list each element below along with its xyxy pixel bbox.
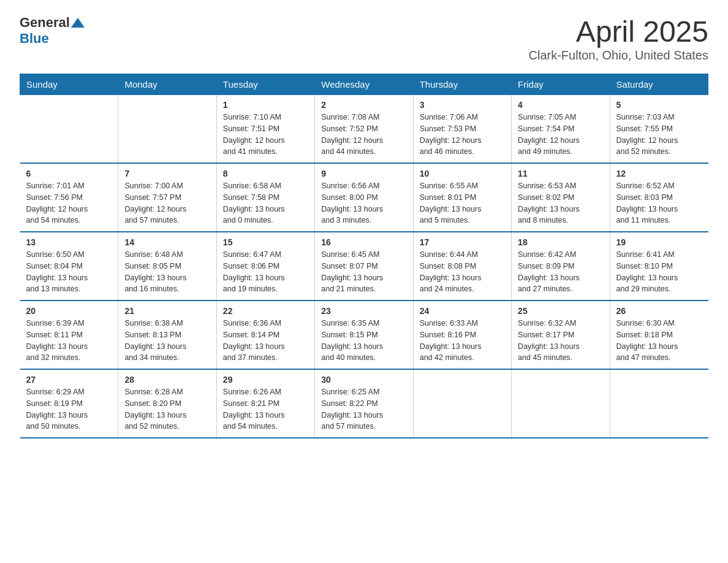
calendar-header: SundayMondayTuesdayWednesdayThursdayFrid…: [20, 74, 708, 95]
calendar-cell: 29Sunrise: 6:26 AMSunset: 8:21 PMDayligh…: [216, 369, 314, 438]
day-info: Sunrise: 7:00 AMSunset: 7:57 PMDaylight:…: [124, 180, 210, 226]
day-number: 15: [223, 237, 308, 247]
day-info: Sunrise: 6:44 AMSunset: 8:08 PMDaylight:…: [420, 249, 505, 295]
day-number: 23: [321, 306, 406, 316]
calendar-cell: [610, 369, 708, 438]
calendar-cell: 24Sunrise: 6:33 AMSunset: 8:16 PMDayligh…: [413, 301, 511, 369]
calendar-cell: 3Sunrise: 7:06 AMSunset: 7:53 PMDaylight…: [413, 95, 511, 164]
weekday-header-sunday: Sunday: [20, 74, 118, 95]
calendar-cell: 1Sunrise: 7:10 AMSunset: 7:51 PMDaylight…: [216, 95, 314, 164]
day-info: Sunrise: 7:01 AMSunset: 7:56 PMDaylight:…: [26, 180, 112, 226]
day-number: 8: [223, 169, 308, 178]
day-info: Sunrise: 6:39 AMSunset: 8:11 PMDaylight:…: [26, 318, 112, 364]
day-info: Sunrise: 6:45 AMSunset: 8:07 PMDaylight:…: [321, 249, 406, 295]
calendar-cell: 16Sunrise: 6:45 AMSunset: 8:07 PMDayligh…: [315, 232, 413, 301]
calendar-cell: 28Sunrise: 6:28 AMSunset: 8:20 PMDayligh…: [118, 369, 216, 438]
day-info: Sunrise: 6:52 AMSunset: 8:03 PMDaylight:…: [616, 180, 702, 226]
day-number: 30: [321, 375, 406, 385]
calendar-cell: 2Sunrise: 7:08 AMSunset: 7:52 PMDaylight…: [315, 95, 413, 164]
day-number: 14: [124, 237, 210, 247]
day-info: Sunrise: 6:33 AMSunset: 8:16 PMDaylight:…: [420, 318, 505, 364]
day-info: Sunrise: 6:56 AMSunset: 8:00 PMDaylight:…: [321, 180, 406, 226]
day-number: 20: [26, 306, 112, 316]
calendar-table: SundayMondayTuesdayWednesdayThursdayFrid…: [20, 74, 708, 439]
day-number: 12: [616, 169, 702, 178]
calendar-cell: [413, 369, 511, 438]
weekday-header-row: SundayMondayTuesdayWednesdayThursdayFrid…: [20, 74, 708, 95]
day-info: Sunrise: 6:41 AMSunset: 8:10 PMDaylight:…: [616, 249, 702, 295]
logo: General Blue: [20, 15, 85, 47]
day-number: 19: [616, 237, 702, 247]
calendar-cell: [512, 369, 610, 438]
week-row-1: 1Sunrise: 7:10 AMSunset: 7:51 PMDaylight…: [20, 95, 708, 164]
page-header: General Blue April 2025 Clark-Fulton, Oh…: [20, 15, 708, 63]
calendar-cell: 9Sunrise: 6:56 AMSunset: 8:00 PMDaylight…: [315, 163, 413, 232]
calendar-title: April 2025: [529, 15, 708, 48]
day-number: 13: [26, 237, 112, 247]
day-number: 24: [420, 306, 505, 316]
weekday-header-monday: Monday: [118, 74, 216, 95]
day-info: Sunrise: 6:29 AMSunset: 8:19 PMDaylight:…: [26, 386, 112, 432]
day-info: Sunrise: 6:53 AMSunset: 8:02 PMDaylight:…: [518, 180, 603, 226]
calendar-cell: 4Sunrise: 7:05 AMSunset: 7:54 PMDaylight…: [512, 95, 610, 164]
weekday-header-friday: Friday: [512, 74, 610, 95]
week-row-3: 13Sunrise: 6:50 AMSunset: 8:04 PMDayligh…: [20, 232, 708, 301]
weekday-header-wednesday: Wednesday: [315, 74, 413, 95]
day-number: 6: [26, 169, 112, 178]
calendar-cell: 22Sunrise: 6:36 AMSunset: 8:14 PMDayligh…: [216, 301, 314, 369]
day-info: Sunrise: 7:08 AMSunset: 7:52 PMDaylight:…: [321, 112, 406, 158]
calendar-cell: 5Sunrise: 7:03 AMSunset: 7:55 PMDaylight…: [610, 95, 708, 164]
week-row-2: 6Sunrise: 7:01 AMSunset: 7:56 PMDaylight…: [20, 163, 708, 232]
calendar-cell: 30Sunrise: 6:25 AMSunset: 8:22 PMDayligh…: [315, 369, 413, 438]
weekday-header-thursday: Thursday: [413, 74, 511, 95]
day-number: 29: [223, 375, 308, 385]
calendar-body: 1Sunrise: 7:10 AMSunset: 7:51 PMDaylight…: [20, 95, 708, 439]
calendar-subtitle: Clark-Fulton, Ohio, United States: [529, 48, 708, 63]
calendar-cell: 19Sunrise: 6:41 AMSunset: 8:10 PMDayligh…: [610, 232, 708, 301]
day-number: 4: [518, 100, 603, 110]
day-number: 16: [321, 237, 406, 247]
day-info: Sunrise: 6:47 AMSunset: 8:06 PMDaylight:…: [223, 249, 308, 295]
day-number: 9: [321, 169, 406, 178]
calendar-cell: 10Sunrise: 6:55 AMSunset: 8:01 PMDayligh…: [413, 163, 511, 232]
day-number: 1: [223, 100, 308, 110]
week-row-5: 27Sunrise: 6:29 AMSunset: 8:19 PMDayligh…: [20, 369, 708, 438]
day-number: 26: [616, 306, 702, 316]
calendar-cell: 14Sunrise: 6:48 AMSunset: 8:05 PMDayligh…: [118, 232, 216, 301]
day-info: Sunrise: 6:25 AMSunset: 8:22 PMDaylight:…: [321, 386, 406, 432]
logo-blue-text: Blue: [20, 31, 49, 46]
day-info: Sunrise: 6:38 AMSunset: 8:13 PMDaylight:…: [124, 318, 210, 364]
weekday-header-saturday: Saturday: [610, 74, 708, 95]
calendar-cell: 27Sunrise: 6:29 AMSunset: 8:19 PMDayligh…: [20, 369, 118, 438]
calendar-cell: 21Sunrise: 6:38 AMSunset: 8:13 PMDayligh…: [118, 301, 216, 369]
day-info: Sunrise: 6:48 AMSunset: 8:05 PMDaylight:…: [124, 249, 210, 295]
logo-general-text: General: [20, 15, 70, 31]
day-info: Sunrise: 7:03 AMSunset: 7:55 PMDaylight:…: [616, 112, 702, 158]
calendar-cell: [20, 95, 118, 164]
day-number: 5: [616, 100, 702, 110]
calendar-cell: 15Sunrise: 6:47 AMSunset: 8:06 PMDayligh…: [216, 232, 314, 301]
calendar-cell: 23Sunrise: 6:35 AMSunset: 8:15 PMDayligh…: [315, 301, 413, 369]
day-number: 10: [420, 169, 505, 178]
calendar-cell: 7Sunrise: 7:00 AMSunset: 7:57 PMDaylight…: [118, 163, 216, 232]
day-info: Sunrise: 7:05 AMSunset: 7:54 PMDaylight:…: [518, 112, 603, 158]
day-info: Sunrise: 7:06 AMSunset: 7:53 PMDaylight:…: [420, 112, 505, 158]
day-info: Sunrise: 6:35 AMSunset: 8:15 PMDaylight:…: [321, 318, 406, 364]
day-number: 28: [124, 375, 210, 385]
calendar-cell: 18Sunrise: 6:42 AMSunset: 8:09 PMDayligh…: [512, 232, 610, 301]
calendar-cell: 11Sunrise: 6:53 AMSunset: 8:02 PMDayligh…: [512, 163, 610, 232]
weekday-header-tuesday: Tuesday: [216, 74, 314, 95]
svg-marker-0: [71, 18, 85, 28]
day-number: 22: [223, 306, 308, 316]
day-info: Sunrise: 6:58 AMSunset: 7:58 PMDaylight:…: [223, 180, 308, 226]
day-number: 25: [518, 306, 603, 316]
day-info: Sunrise: 6:26 AMSunset: 8:21 PMDaylight:…: [223, 386, 308, 432]
day-number: 21: [124, 306, 210, 316]
day-number: 18: [518, 237, 603, 247]
calendar-cell: 6Sunrise: 7:01 AMSunset: 7:56 PMDaylight…: [20, 163, 118, 232]
day-info: Sunrise: 7:10 AMSunset: 7:51 PMDaylight:…: [223, 112, 308, 158]
day-number: 17: [420, 237, 505, 247]
day-info: Sunrise: 6:28 AMSunset: 8:20 PMDaylight:…: [124, 386, 210, 432]
day-number: 2: [321, 100, 406, 110]
week-row-4: 20Sunrise: 6:39 AMSunset: 8:11 PMDayligh…: [20, 301, 708, 369]
